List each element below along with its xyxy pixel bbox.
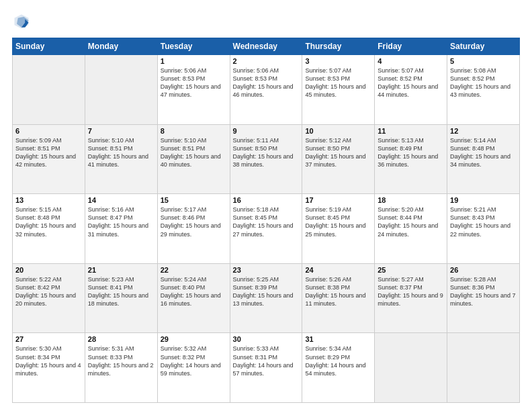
- day-info: Sunrise: 5:33 AM Sunset: 8:31 PM Dayligh…: [233, 345, 300, 377]
- day-number: 20: [15, 266, 82, 274]
- day-number: 19: [450, 196, 517, 204]
- calendar-cell: 24Sunrise: 5:26 AM Sunset: 8:38 PM Dayli…: [302, 263, 375, 333]
- day-info: Sunrise: 5:28 AM Sunset: 8:36 PM Dayligh…: [450, 275, 517, 308]
- calendar-cell: 8Sunrise: 5:10 AM Sunset: 8:51 PM Daylig…: [157, 124, 230, 194]
- day-number: 29: [161, 335, 227, 343]
- calendar-week-3: 13Sunrise: 5:15 AM Sunset: 8:48 PM Dayli…: [13, 194, 520, 264]
- day-number: 13: [15, 196, 82, 204]
- day-info: Sunrise: 5:34 AM Sunset: 8:29 PM Dayligh…: [305, 345, 371, 377]
- calendar-cell: [447, 333, 520, 403]
- day-number: 24: [305, 266, 371, 274]
- day-number: 26: [450, 266, 517, 274]
- calendar-cell: [375, 333, 447, 403]
- day-number: 9: [233, 127, 300, 135]
- day-number: 27: [15, 335, 82, 343]
- calendar-cell: 31Sunrise: 5:34 AM Sunset: 8:29 PM Dayli…: [302, 333, 375, 403]
- header: [12, 12, 520, 31]
- calendar-week-4: 20Sunrise: 5:22 AM Sunset: 8:42 PM Dayli…: [13, 263, 520, 333]
- day-number: 14: [88, 196, 154, 204]
- weekday-header-saturday: Saturday: [447, 38, 520, 55]
- day-number: 15: [161, 196, 227, 204]
- calendar-cell: 23Sunrise: 5:25 AM Sunset: 8:39 PM Dayli…: [230, 263, 302, 333]
- day-info: Sunrise: 5:32 AM Sunset: 8:32 PM Dayligh…: [161, 345, 227, 377]
- calendar-week-5: 27Sunrise: 5:30 AM Sunset: 8:34 PM Dayli…: [13, 333, 520, 403]
- calendar-cell: 25Sunrise: 5:27 AM Sunset: 8:37 PM Dayli…: [375, 263, 447, 333]
- calendar-cell: [13, 55, 85, 125]
- calendar-cell: 2Sunrise: 5:06 AM Sunset: 8:53 PM Daylig…: [230, 55, 302, 125]
- day-number: 16: [233, 196, 300, 204]
- day-number: 21: [88, 266, 154, 274]
- day-info: Sunrise: 5:07 AM Sunset: 8:52 PM Dayligh…: [378, 66, 444, 99]
- day-info: Sunrise: 5:18 AM Sunset: 8:45 PM Dayligh…: [233, 205, 300, 238]
- calendar-table: SundayMondayTuesdayWednesdayThursdayFrid…: [12, 38, 520, 403]
- weekday-header-wednesday: Wednesday: [230, 38, 302, 55]
- calendar-cell: 16Sunrise: 5:18 AM Sunset: 8:45 PM Dayli…: [230, 194, 302, 264]
- day-info: Sunrise: 5:11 AM Sunset: 8:50 PM Dayligh…: [233, 136, 300, 169]
- day-info: Sunrise: 5:10 AM Sunset: 8:51 PM Dayligh…: [88, 136, 154, 169]
- calendar-cell: 15Sunrise: 5:17 AM Sunset: 8:46 PM Dayli…: [157, 194, 230, 264]
- day-number: 25: [378, 266, 444, 274]
- weekday-header-friday: Friday: [375, 38, 447, 55]
- day-info: Sunrise: 5:12 AM Sunset: 8:50 PM Dayligh…: [305, 136, 371, 169]
- calendar-cell: 6Sunrise: 5:09 AM Sunset: 8:51 PM Daylig…: [13, 124, 85, 194]
- calendar-cell: 20Sunrise: 5:22 AM Sunset: 8:42 PM Dayli…: [13, 263, 85, 333]
- calendar-cell: 17Sunrise: 5:19 AM Sunset: 8:45 PM Dayli…: [302, 194, 375, 264]
- weekday-header-monday: Monday: [85, 38, 157, 55]
- day-number: 3: [305, 57, 371, 65]
- day-number: 12: [450, 127, 517, 135]
- calendar-cell: 3Sunrise: 5:07 AM Sunset: 8:53 PM Daylig…: [302, 55, 375, 125]
- calendar-cell: [85, 55, 157, 125]
- calendar-cell: 14Sunrise: 5:16 AM Sunset: 8:47 PM Dayli…: [85, 194, 157, 264]
- calendar-cell: 9Sunrise: 5:11 AM Sunset: 8:50 PM Daylig…: [230, 124, 302, 194]
- day-number: 23: [233, 266, 300, 274]
- day-number: 5: [450, 57, 517, 65]
- day-number: 11: [378, 127, 444, 135]
- logo: [12, 12, 34, 31]
- day-number: 1: [161, 57, 227, 65]
- weekday-header-thursday: Thursday: [302, 38, 375, 55]
- calendar-cell: 19Sunrise: 5:21 AM Sunset: 8:43 PM Dayli…: [447, 194, 520, 264]
- calendar-cell: 5Sunrise: 5:08 AM Sunset: 8:52 PM Daylig…: [447, 55, 520, 125]
- calendar-cell: 10Sunrise: 5:12 AM Sunset: 8:50 PM Dayli…: [302, 124, 375, 194]
- day-info: Sunrise: 5:22 AM Sunset: 8:42 PM Dayligh…: [15, 275, 82, 308]
- logo-icon: [12, 12, 31, 31]
- calendar-cell: 30Sunrise: 5:33 AM Sunset: 8:31 PM Dayli…: [230, 333, 302, 403]
- calendar-cell: 18Sunrise: 5:20 AM Sunset: 8:44 PM Dayli…: [375, 194, 447, 264]
- day-info: Sunrise: 5:06 AM Sunset: 8:53 PM Dayligh…: [233, 66, 300, 99]
- day-info: Sunrise: 5:19 AM Sunset: 8:45 PM Dayligh…: [305, 205, 371, 238]
- day-info: Sunrise: 5:24 AM Sunset: 8:40 PM Dayligh…: [161, 275, 227, 308]
- calendar-week-1: 1Sunrise: 5:06 AM Sunset: 8:53 PM Daylig…: [13, 55, 520, 125]
- calendar-cell: 21Sunrise: 5:23 AM Sunset: 8:41 PM Dayli…: [85, 263, 157, 333]
- calendar-cell: 27Sunrise: 5:30 AM Sunset: 8:34 PM Dayli…: [13, 333, 85, 403]
- calendar-cell: 13Sunrise: 5:15 AM Sunset: 8:48 PM Dayli…: [13, 194, 85, 264]
- weekday-header-sunday: Sunday: [13, 38, 85, 55]
- calendar-cell: 28Sunrise: 5:31 AM Sunset: 8:33 PM Dayli…: [85, 333, 157, 403]
- day-info: Sunrise: 5:07 AM Sunset: 8:53 PM Dayligh…: [305, 66, 371, 99]
- day-number: 10: [305, 127, 371, 135]
- calendar-cell: 12Sunrise: 5:14 AM Sunset: 8:48 PM Dayli…: [447, 124, 520, 194]
- day-info: Sunrise: 5:08 AM Sunset: 8:52 PM Dayligh…: [450, 66, 517, 99]
- day-info: Sunrise: 5:20 AM Sunset: 8:44 PM Dayligh…: [378, 205, 444, 238]
- calendar-week-2: 6Sunrise: 5:09 AM Sunset: 8:51 PM Daylig…: [13, 124, 520, 194]
- day-info: Sunrise: 5:10 AM Sunset: 8:51 PM Dayligh…: [161, 136, 227, 169]
- day-info: Sunrise: 5:27 AM Sunset: 8:37 PM Dayligh…: [378, 275, 444, 308]
- day-info: Sunrise: 5:15 AM Sunset: 8:48 PM Dayligh…: [15, 205, 82, 238]
- page: SundayMondayTuesdayWednesdayThursdayFrid…: [0, 0, 532, 411]
- day-number: 31: [305, 335, 371, 343]
- calendar-cell: 1Sunrise: 5:06 AM Sunset: 8:53 PM Daylig…: [157, 55, 230, 125]
- day-info: Sunrise: 5:13 AM Sunset: 8:49 PM Dayligh…: [378, 136, 444, 169]
- day-number: 22: [161, 266, 227, 274]
- calendar-cell: 26Sunrise: 5:28 AM Sunset: 8:36 PM Dayli…: [447, 263, 520, 333]
- day-info: Sunrise: 5:16 AM Sunset: 8:47 PM Dayligh…: [88, 205, 154, 238]
- day-number: 4: [378, 57, 444, 65]
- calendar-cell: 7Sunrise: 5:10 AM Sunset: 8:51 PM Daylig…: [85, 124, 157, 194]
- day-number: 6: [15, 127, 82, 135]
- day-info: Sunrise: 5:14 AM Sunset: 8:48 PM Dayligh…: [450, 136, 517, 169]
- day-info: Sunrise: 5:21 AM Sunset: 8:43 PM Dayligh…: [450, 205, 517, 238]
- day-info: Sunrise: 5:31 AM Sunset: 8:33 PM Dayligh…: [88, 345, 154, 377]
- day-info: Sunrise: 5:09 AM Sunset: 8:51 PM Dayligh…: [15, 136, 82, 169]
- day-info: Sunrise: 5:17 AM Sunset: 8:46 PM Dayligh…: [161, 205, 227, 238]
- day-info: Sunrise: 5:30 AM Sunset: 8:34 PM Dayligh…: [15, 345, 82, 377]
- day-number: 2: [233, 57, 300, 65]
- weekday-header-row: SundayMondayTuesdayWednesdayThursdayFrid…: [13, 38, 520, 55]
